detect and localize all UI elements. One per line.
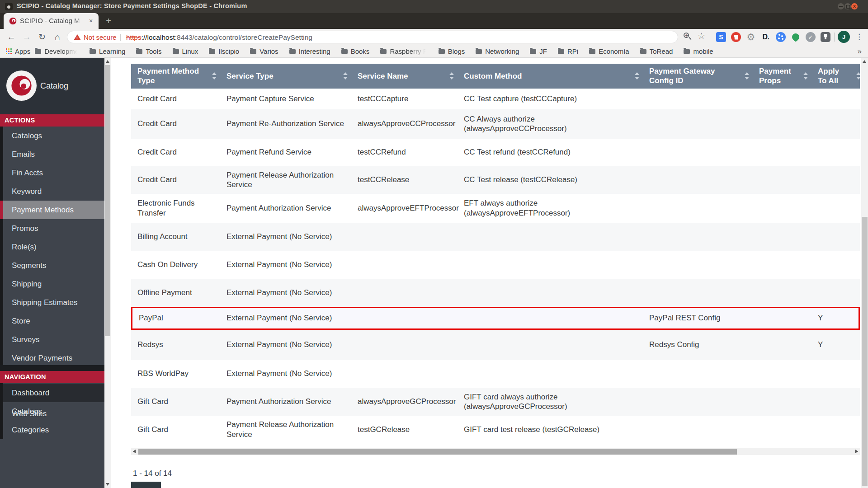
blue-dots-icon[interactable] xyxy=(776,32,786,42)
bookmark-folder[interactable]: Books xyxy=(341,47,370,55)
home-icon[interactable]: ⌂ xyxy=(52,31,63,43)
bookmark-folder[interactable]: Linux xyxy=(173,47,198,55)
sidebar-item-segments[interactable]: Segments xyxy=(3,256,104,275)
page-scrollbar[interactable] xyxy=(861,58,868,488)
sidebar-nav-catalogs[interactable]: Catalogs xyxy=(3,402,104,421)
session-s-icon[interactable]: S xyxy=(716,32,726,42)
d-dot-icon[interactable]: D. xyxy=(761,32,771,42)
adblock-hand-icon[interactable] xyxy=(731,32,741,42)
browser-tab-active[interactable]: SCIPIO - Catalog M × xyxy=(4,13,99,29)
new-tab-button[interactable]: + xyxy=(102,16,115,27)
browser-menu-icon[interactable]: ⋮ xyxy=(855,31,863,43)
bookmark-folder[interactable]: Learning xyxy=(90,47,125,55)
bookmark-folder[interactable]: mobile xyxy=(684,47,713,55)
sidebar-item-surveys[interactable]: Surveys xyxy=(3,330,104,349)
sidebar-item-emails[interactable]: Emails xyxy=(3,145,104,164)
sidebar-item-shipping-estimates[interactable]: Shipping Estimates xyxy=(3,293,104,312)
bookmark-folder[interactable]: JF xyxy=(530,47,547,55)
table-header-row: Payment Method TypeService TypeService N… xyxy=(131,64,860,89)
address-bar[interactable]: ! Not secure https://localhost:8443/cata… xyxy=(67,31,678,43)
back-icon[interactable]: ← xyxy=(5,31,17,43)
sidebar-nav-dashboard[interactable]: Dashboard xyxy=(3,384,104,402)
url-path: :8443/catalog/control/storeCreatePaySett… xyxy=(175,33,312,41)
table-row: RedsysExternal Payment (No Service)Redsy… xyxy=(131,330,860,360)
table-cell xyxy=(811,139,860,166)
bookmark-apps[interactable]: Apps xyxy=(15,47,30,55)
sidebar-item-fin-accts[interactable]: Fin Accts xyxy=(3,164,104,182)
folder-icon xyxy=(439,49,445,54)
column-header-payment-method-type[interactable]: Payment Method Type xyxy=(131,64,220,89)
not-secure-label[interactable]: Not secure xyxy=(84,33,117,41)
bookmark-folder[interactable]: RPi xyxy=(558,47,578,55)
sidebar-item-catalogs[interactable]: Catalogs xyxy=(3,127,104,145)
table-cell xyxy=(753,109,811,139)
sort-arrows-icon[interactable] xyxy=(635,72,639,80)
window-title-bar: SCIPIO - Catalog Manager: Store Payment … xyxy=(0,0,868,13)
sidebar-scrollbar-thumb[interactable] xyxy=(105,65,110,336)
horizontal-scrollbar[interactable] xyxy=(131,448,860,455)
bottom-partial-control[interactable] xyxy=(131,482,161,488)
sidebar-item-shipping[interactable]: Shipping xyxy=(3,275,104,293)
column-header-payment-props[interactable]: Payment Props xyxy=(753,64,811,89)
gear-icon[interactable]: ⚙ xyxy=(746,32,756,42)
sidebar-item-store[interactable]: Store xyxy=(3,312,104,330)
maximize-button[interactable] xyxy=(844,3,851,9)
scroll-right-icon[interactable] xyxy=(853,448,860,455)
bookmark-folder[interactable]: Networking xyxy=(476,47,519,55)
bookmark-folder[interactable]: Economía xyxy=(589,47,629,55)
table-cell xyxy=(753,251,811,279)
table-cell xyxy=(753,279,811,307)
column-header-payment-gateway-config-id[interactable]: Payment Gateway Config ID xyxy=(643,64,753,89)
scroll-left-icon[interactable] xyxy=(131,448,138,455)
bookmark-folder[interactable]: Tools xyxy=(136,47,161,55)
page-scrollbar-thumb[interactable] xyxy=(862,217,868,486)
sort-arrows-icon[interactable] xyxy=(745,72,749,80)
not-secure-warning-icon[interactable]: ! xyxy=(74,34,81,40)
column-header-service-name[interactable]: Service Name xyxy=(351,64,458,89)
sidebar-item-keyword[interactable]: Keyword xyxy=(3,182,104,201)
column-header-service-type[interactable]: Service Type xyxy=(220,64,351,89)
bookmark-folder[interactable]: Developme xyxy=(35,47,79,55)
reload-icon[interactable]: ↻ xyxy=(36,31,48,43)
sort-arrows-icon[interactable] xyxy=(856,72,860,80)
apps-grid-icon[interactable] xyxy=(6,48,12,54)
sort-arrows-icon[interactable] xyxy=(803,72,808,80)
sidebar-item-payment-methods[interactable]: Payment Methods xyxy=(3,201,104,219)
column-header-custom-method[interactable]: Custom Method xyxy=(458,64,643,89)
sidebar-item-vendor-payments[interactable]: Vendor Payments xyxy=(3,349,104,367)
bookmark-label: Interesting xyxy=(299,47,330,55)
bookmark-folder[interactable]: Ilscipio xyxy=(209,47,239,55)
bookmark-star-icon[interactable]: ☆ xyxy=(698,31,705,41)
sort-arrows-icon[interactable] xyxy=(212,72,217,80)
scroll-down-icon[interactable] xyxy=(104,481,111,488)
sort-arrows-icon[interactable] xyxy=(343,72,348,80)
zoom-indicator-icon[interactable] xyxy=(683,32,692,41)
url-text[interactable]: https://localhost:8443/catalog/control/s… xyxy=(126,33,312,42)
sort-arrows-icon[interactable] xyxy=(449,72,454,80)
bookmark-folder[interactable]: ToRead xyxy=(640,47,673,55)
table-cell xyxy=(643,251,753,279)
minimize-button[interactable] xyxy=(838,3,844,9)
sidebar-scrollbar[interactable] xyxy=(104,58,111,488)
tab-close-icon[interactable]: × xyxy=(87,17,95,25)
profile-avatar[interactable]: J xyxy=(838,31,850,43)
bookmark-folder[interactable]: Interesting xyxy=(289,47,330,55)
page-scroll-up-icon[interactable] xyxy=(861,58,868,65)
check-circle-icon[interactable]: ✓ xyxy=(806,32,816,42)
folder-icon xyxy=(589,49,595,54)
bookmark-folder[interactable]: Raspberry P xyxy=(380,47,427,55)
column-header-apply-to-all[interactable]: Apply To All xyxy=(811,64,860,89)
scroll-up-icon[interactable] xyxy=(104,58,111,65)
forward-icon[interactable]: → xyxy=(21,31,33,43)
green-pin-icon[interactable] xyxy=(791,32,801,42)
bookmarks-overflow-icon[interactable]: » xyxy=(858,47,862,56)
close-window-button[interactable]: x xyxy=(851,3,858,9)
sidebar-item-promos[interactable]: Promos xyxy=(3,219,104,238)
bookmark-folder[interactable]: Blogs xyxy=(439,47,465,55)
horizontal-scrollbar-thumb[interactable] xyxy=(138,449,737,455)
sidebar-item-role-s-[interactable]: Role(s) xyxy=(3,238,104,256)
bookmark-folder[interactable]: Varios xyxy=(250,47,278,55)
sidebar-nav-categories[interactable]: Categories xyxy=(3,421,104,439)
table-cell: Redsys Config xyxy=(643,330,753,360)
lightbulb-icon[interactable] xyxy=(821,32,830,42)
